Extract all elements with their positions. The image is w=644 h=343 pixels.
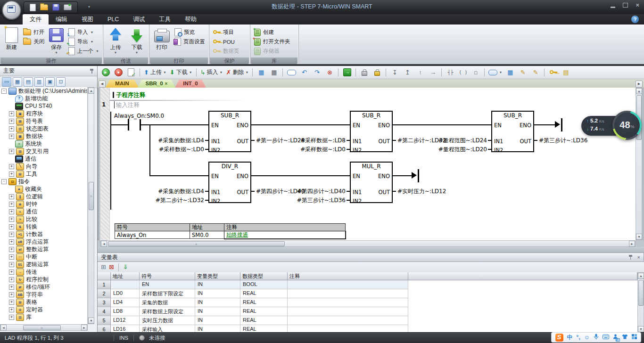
expand-icon[interactable]: + xyxy=(9,119,14,124)
ime-account-icon[interactable]: 18 xyxy=(613,334,618,341)
expand-icon[interactable]: + xyxy=(9,285,14,290)
table-cell[interactable]: LD12 xyxy=(111,316,140,325)
page-setup-button[interactable]: 页面设置 xyxy=(173,37,206,46)
table-cell[interactable]: IN xyxy=(195,325,240,333)
scroll-down-icon[interactable]: ▼ xyxy=(88,318,94,324)
table-cell[interactable]: REAL xyxy=(240,307,288,316)
delete-network-button[interactable]: ✗删除▼ xyxy=(225,67,250,78)
table-cell[interactable]: LD8 xyxy=(111,307,140,316)
line-right-button[interactable]: → xyxy=(427,67,438,78)
line-up-button[interactable]: ↑ xyxy=(414,67,426,78)
tree-item[interactable]: ?新增功能 xyxy=(0,95,87,102)
expand-icon[interactable]: + xyxy=(9,194,14,199)
scroll-thumb[interactable]: ≡ xyxy=(23,325,61,330)
expand-icon[interactable]: + xyxy=(9,202,14,207)
table-row[interactable]: 3LD4采集的数据INREAL xyxy=(98,298,637,307)
ladder-vertical-scrollbar[interactable]: ▲ ≡ ▼ xyxy=(636,88,642,240)
open-button[interactable]: 打开 xyxy=(22,28,46,37)
tree-item[interactable]: ≡系统块 xyxy=(0,140,87,147)
pin-icon[interactable] xyxy=(628,255,633,260)
download-button[interactable]: 下载 ▼ xyxy=(127,26,147,56)
symbol-table-button[interactable]: ▦ xyxy=(504,67,516,78)
operand-label[interactable]: #第四步计~:LD40 xyxy=(264,188,346,196)
save-project-icon[interactable] xyxy=(52,4,59,11)
tab-close-icon[interactable]: × xyxy=(165,80,168,88)
compile-button[interactable] xyxy=(125,67,137,78)
app-menu-button[interactable] xyxy=(2,0,21,20)
expand-icon[interactable]: + xyxy=(9,164,14,169)
table-cell[interactable]: 采样数据下限设定 xyxy=(140,289,195,298)
edit-symbols-button[interactable]: ✎ xyxy=(517,67,528,78)
tree-item[interactable]: +⊕时钟 xyxy=(0,200,87,208)
table-cell[interactable]: EN xyxy=(140,280,195,289)
close-panel-icon[interactable]: × xyxy=(637,254,640,260)
ladder-block-sub_r[interactable]: SUB_R ENENO IN1OUT IN2 xyxy=(350,111,393,152)
scroll-left-icon[interactable]: ◄ xyxy=(101,241,107,247)
operand-label[interactable]: #采样数据~:LD8 xyxy=(264,137,346,145)
view-project-icon[interactable]: ▭ xyxy=(2,77,11,87)
expand-icon[interactable]: + xyxy=(9,126,14,131)
save-dropdown-caret[interactable]: ▼ xyxy=(55,51,58,54)
menu-tab-file[interactable]: 文件 xyxy=(23,14,49,24)
tree-vertical-scrollbar[interactable]: ▲ ≡ ▼ xyxy=(88,87,94,324)
table-row[interactable]: 5LD12实时压力数据INREAL xyxy=(98,316,637,325)
pou-blue-button[interactable]: ▦ xyxy=(256,67,267,78)
tree-item[interactable]: +⊞工具 xyxy=(0,170,87,178)
preview-button[interactable]: 预览 xyxy=(173,28,206,37)
tree-item[interactable]: +≈通信 xyxy=(0,208,87,215)
tab-int0[interactable]: INT_0 xyxy=(175,80,206,88)
lock-button[interactable] xyxy=(359,67,370,78)
ladder-canvas[interactable]: 子程序注释 1 输入注释 Always_On:SM0.0 符号 地址 注释 Al… xyxy=(100,88,636,240)
tree-item[interactable]: +>比较 xyxy=(0,215,87,223)
ime-toolbox-icon[interactable] xyxy=(632,334,637,341)
tree-item[interactable]: CPU ST40 xyxy=(0,102,87,110)
expand-icon[interactable]: + xyxy=(9,217,14,222)
tree-item[interactable]: +±R浮点运算 xyxy=(0,238,87,245)
insert-box-button[interactable]: □ xyxy=(470,67,481,78)
view-variable-table-icon[interactable]: ▣ xyxy=(45,77,55,87)
operand-label[interactable]: #采样数据~:LD0 xyxy=(123,146,204,154)
restore-button[interactable] xyxy=(623,3,628,8)
ime-keyboard-icon[interactable] xyxy=(603,334,609,341)
row-number[interactable]: 5 xyxy=(98,316,111,325)
table-row[interactable]: 4LD8采样数据上限设定INREAL xyxy=(98,307,637,316)
addressing-button[interactable]: ▼ xyxy=(487,67,503,78)
table-cell[interactable]: 实时压力数据 xyxy=(140,316,195,325)
tree-item[interactable]: +AB字符串 xyxy=(0,291,87,298)
operand-label[interactable]: #实时压力~:LD12 xyxy=(397,188,446,196)
export-button[interactable]: ↰导出▼ xyxy=(67,37,100,46)
scroll-thumb[interactable]: ≡ xyxy=(89,182,94,210)
ime-emoji-icon[interactable]: ☺ xyxy=(584,334,590,341)
tree-item[interactable]: +▦数据块 xyxy=(0,132,87,140)
expand-icon[interactable]: + xyxy=(9,134,14,139)
table-row[interactable]: 6LD16采样输入INREAL xyxy=(98,325,637,333)
comment-cell[interactable]: 始终接通 xyxy=(224,231,346,239)
table-cell[interactable]: REAL xyxy=(240,289,288,298)
protect-pou-button[interactable]: POU xyxy=(212,37,241,46)
panel-splitter[interactable] xyxy=(98,247,644,253)
ime-language-toggle[interactable]: 中 xyxy=(567,334,573,341)
tree-item[interactable]: 通信 xyxy=(0,155,87,163)
sogou-logo-icon[interactable]: S xyxy=(555,334,563,342)
ladder-block-sub_r[interactable]: SUB_R ENENO IN1OUT IN2 xyxy=(491,111,534,152)
table-cell[interactable] xyxy=(288,316,408,325)
expand-icon[interactable]: + xyxy=(9,307,14,312)
ladder-block-sub_r[interactable]: SUB_R ENENO IN1OUT IN2 xyxy=(208,111,251,152)
insert-coil-button[interactable]: ( ) xyxy=(457,67,469,78)
close-project-button[interactable]: 关闭 xyxy=(22,37,46,46)
tree-item[interactable]: +∥位逻辑 xyxy=(0,193,87,200)
tree-item[interactable]: +╲向导 xyxy=(0,163,87,170)
run-button[interactable]: ▶ xyxy=(100,67,111,78)
operand-label[interactable]: #采样数据~:LD0 xyxy=(264,146,346,154)
row-number[interactable]: 1 xyxy=(98,280,111,289)
table-cell[interactable] xyxy=(111,280,140,289)
table-cell[interactable] xyxy=(288,280,408,289)
save-button[interactable]: 保存 ▼ xyxy=(47,26,65,56)
expand-icon[interactable]: + xyxy=(9,270,14,275)
tree-item[interactable]: +⇄移位/循环 xyxy=(0,283,87,291)
view-symbol-table-icon[interactable]: ▦ xyxy=(13,77,22,87)
view-communication-icon[interactable]: ⊡ xyxy=(56,77,66,87)
table-row[interactable]: 2LD0采样数据下限设定INREAL xyxy=(98,289,637,298)
network-comment-placeholder[interactable]: 输入注释 xyxy=(116,101,140,109)
collapse-icon[interactable]: - xyxy=(1,89,7,94)
